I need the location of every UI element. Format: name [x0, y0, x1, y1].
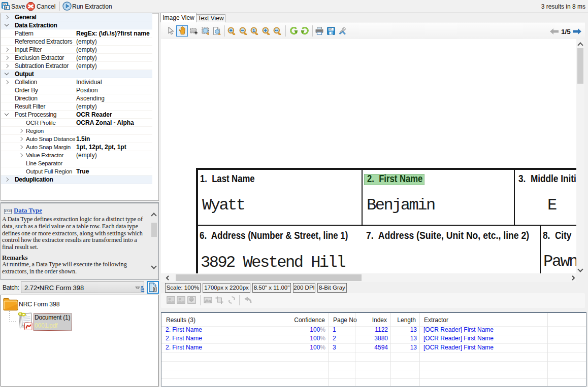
svg-text:1: 1 [252, 28, 255, 33]
